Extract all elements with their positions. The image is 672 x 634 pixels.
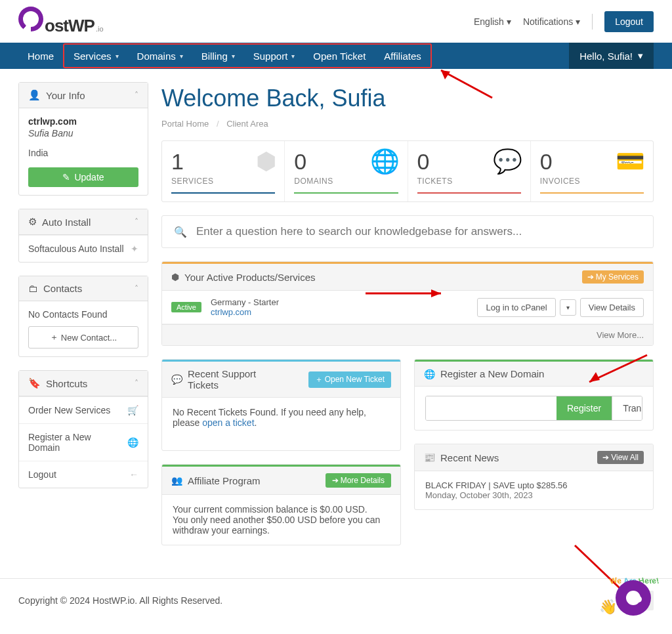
view-details-button[interactable]: View Details — [580, 298, 644, 317]
card-title: Your Active Products/Services — [184, 272, 316, 283]
user-name: Sufia Banu — [28, 128, 138, 138]
card-title: Recent News — [440, 452, 499, 463]
topbar-right: English▾ Notifications▾ Logout — [474, 11, 654, 32]
service-domain-link[interactable]: ctrlwp.com — [211, 307, 279, 317]
pencil-icon: ✎ — [62, 172, 70, 182]
plus-icon: ＋ — [315, 374, 323, 385]
bookmark-icon: 🔖 — [28, 377, 41, 389]
card-title: Recent Support Tickets — [188, 368, 286, 391]
service-row: Active Germany - Starter ctrlwp.com Log … — [162, 291, 653, 324]
stat-services[interactable]: ⬢ 1 SERVICES — [162, 141, 285, 201]
stat-label: INVOICES — [540, 177, 644, 186]
open-new-ticket-button[interactable]: ＋Open New Ticket — [308, 371, 391, 388]
footer: Copyright © 2024 HostWP.io. All Rights R… — [0, 578, 672, 622]
new-contact-button[interactable]: ＋New Contact... — [28, 326, 138, 349]
more-details-button[interactable]: ➔More Details — [326, 473, 391, 488]
card-register-domain: 🌐 Register a New Domain Register Transfe… — [414, 359, 654, 431]
logo[interactable]: ostWP .io — [18, 7, 104, 36]
login-cpanel-button[interactable]: Log in to cPanel — [477, 298, 555, 317]
view-all-button[interactable]: ➔View All — [597, 451, 644, 464]
stat-bar — [171, 192, 275, 194]
shortcut-register[interactable]: Register a New Domain🌐 — [19, 423, 148, 461]
gear-icon: ⚙ — [28, 216, 37, 228]
login-cpanel-dropdown[interactable]: ▾ — [560, 299, 576, 316]
caret-down-icon: ▾ — [116, 53, 119, 60]
open-ticket-link[interactable]: open a ticket — [202, 417, 254, 428]
wave-emoji-icon: 👋 — [599, 599, 617, 616]
panel-auto-install-header[interactable]: ⚙ Auto Install ˄ — [19, 209, 148, 235]
magic-wand-icon: ✦ — [131, 243, 138, 254]
stat-tickets[interactable]: 💬 0 TICKETS — [408, 141, 531, 201]
logo-text: ostWP — [45, 16, 94, 36]
shortcut-order[interactable]: Order New Services🛒 — [19, 396, 148, 423]
nav-billing[interactable]: Billing▾ — [192, 45, 244, 67]
arrow-right-icon: ➔ — [602, 453, 609, 462]
caret-down-icon: ▾ — [507, 16, 511, 27]
logout-button[interactable]: Logout — [604, 11, 654, 32]
language-dropdown[interactable]: English▾ — [474, 16, 511, 27]
content-wrap: 👤 Your Info ˄ ctrlwp.com Sufia Banu Indi… — [0, 69, 672, 578]
panel-shortcuts-header[interactable]: 🔖 Shortcuts ˄ — [19, 371, 148, 396]
view-all-label: View All — [611, 453, 639, 462]
main-nav: Home Services▾ Domains▾ Billing▾ Support… — [0, 43, 672, 69]
panel-title: Contacts — [43, 283, 82, 294]
caret-down-icon: ▾ — [232, 53, 235, 60]
panel-contacts-header[interactable]: 🗀 Contacts ˄ — [19, 276, 148, 301]
nav-left: Home Services▾ Domains▾ Billing▾ Support… — [18, 43, 432, 69]
my-services-label: My Services — [596, 272, 639, 282]
search-icon: 🔍 — [174, 226, 187, 238]
my-services-button[interactable]: ➔My Services — [582, 270, 644, 284]
plus-icon: ＋ — [50, 331, 58, 343]
nav-domains[interactable]: Domains▾ — [128, 45, 192, 67]
kb-search-input[interactable] — [196, 225, 641, 238]
open-new-ticket-label: Open New Ticket — [325, 375, 385, 384]
nav-user-dropdown[interactable]: Hello, Sufia!▾ — [569, 43, 654, 69]
nav-home[interactable]: Home — [18, 43, 63, 69]
nav-highlight-box: Services▾ Domains▾ Billing▾ Support▾ Ope… — [63, 43, 432, 68]
nav-affiliates[interactable]: Affiliates — [375, 45, 430, 67]
more-details-label: More Details — [341, 476, 385, 485]
card-affiliate-body: Your current commission balance is $0.00… — [162, 495, 400, 545]
shortcut-order-label: Order New Services — [28, 405, 110, 415]
notifications-dropdown[interactable]: Notifications▾ — [523, 16, 580, 27]
card-register-domain-header: 🌐 Register a New Domain — [415, 362, 653, 387]
nav-support[interactable]: Support▾ — [244, 45, 304, 67]
chevron-up-icon: ˄ — [135, 91, 138, 100]
breadcrumb-home[interactable]: Portal Home — [161, 119, 209, 129]
nav-open-ticket[interactable]: Open Ticket — [304, 45, 375, 67]
tickets-text2: . — [255, 417, 257, 428]
stat-domains[interactable]: 🌐 0 DOMAINS — [285, 141, 408, 201]
topbar: ostWP .io English▾ Notifications▾ Logout — [0, 0, 672, 43]
shortcut-logout[interactable]: Logout← — [19, 461, 148, 488]
caret-down-icon: ▾ — [638, 50, 643, 62]
stat-label: SERVICES — [171, 177, 275, 186]
transfer-button[interactable]: Transfer — [612, 396, 642, 420]
softaculous-link[interactable]: Softaculous Auto Install ✦ — [19, 235, 148, 262]
view-more-link[interactable]: View More... — [162, 324, 653, 345]
nav-home-label: Home — [28, 51, 54, 62]
users-icon: 👥 — [171, 475, 182, 486]
nav-open-ticket-label: Open Ticket — [313, 51, 366, 62]
update-button[interactable]: ✎Update — [28, 167, 138, 187]
panel-shortcuts: 🔖 Shortcuts ˄ Order New Services🛒 Regist… — [18, 370, 148, 488]
affiliate-line2: You only need another $50.00 USD before … — [173, 515, 390, 536]
news-item-title[interactable]: BLACK FRIDAY | SAVE upto $285.56 — [425, 480, 642, 490]
nav-affiliates-label: Affiliates — [384, 51, 421, 62]
domain-input[interactable] — [426, 396, 556, 420]
shortcut-register-label: Register a New Domain — [28, 432, 121, 453]
contacts-empty: No Contacts Found — [28, 309, 138, 320]
news-item-date: Monday, October 30th, 2023 — [425, 490, 642, 500]
nav-services[interactable]: Services▾ — [64, 45, 128, 67]
chat-bubble-button[interactable] — [616, 580, 651, 616]
card-recent-news: 📰 Recent News ➔View All BLACK FRIDAY | S… — [414, 444, 654, 510]
comments-icon: 💬 — [171, 374, 182, 385]
card-title: Affiliate Program — [188, 475, 261, 486]
nav-support-label: Support — [253, 51, 288, 62]
nav-billing-label: Billing — [201, 51, 228, 62]
register-button[interactable]: Register — [556, 396, 612, 420]
domain-input-row: Register Transfer — [425, 396, 642, 421]
user-domain: ctrlwp.com — [28, 116, 138, 127]
stat-invoices[interactable]: 💳 0 INVOICES — [531, 141, 653, 201]
panel-your-info-header[interactable]: 👤 Your Info ˄ — [19, 83, 148, 108]
divider — [592, 14, 593, 30]
